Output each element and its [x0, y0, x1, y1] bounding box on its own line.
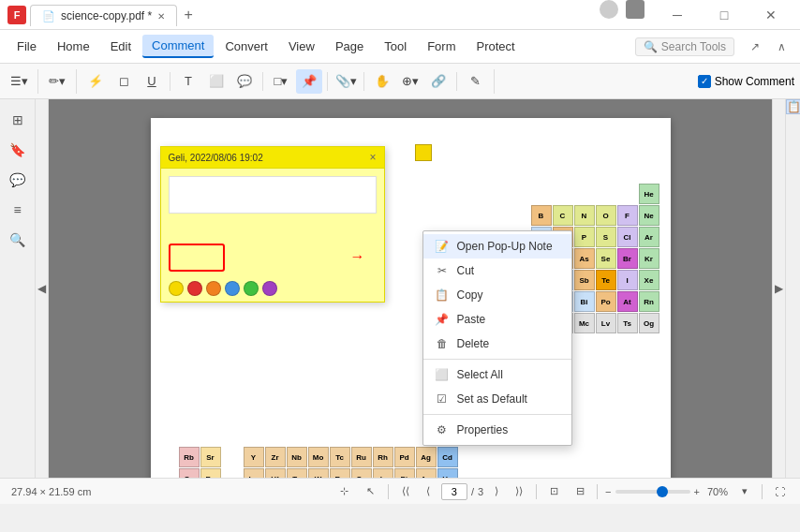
ctx-select-all[interactable]: ⬜ Select All [423, 362, 571, 387]
fullscreen-button[interactable]: ⛶ [770, 482, 789, 501]
zoom-slider-track[interactable] [615, 490, 690, 494]
el-Pd: Pd [394, 447, 415, 467]
toolbar-btn-2[interactable]: ✏▾ [44, 69, 70, 94]
color-blue[interactable] [225, 281, 240, 296]
left-panel: ⊞ 🔖 💬 ≡ 🔍 [0, 99, 36, 478]
toolbar-btn-3[interactable]: ⚡ [82, 69, 109, 94]
menu-protect[interactable]: Protect [467, 36, 524, 57]
zoom-level: 70% [707, 486, 728, 497]
next-page-button[interactable]: ⟩ [487, 482, 506, 501]
ctx-cut[interactable]: ✂ Cut [423, 259, 571, 283]
panel-btn-comments[interactable]: 💬 [5, 167, 31, 193]
ctx-properties[interactable]: ⚙ Properties [423, 418, 571, 442]
panel-btn-layers[interactable]: ≡ [5, 197, 31, 223]
color-red[interactable] [187, 281, 202, 296]
active-tab[interactable]: 📄 science-copy.pdf * ✕ [30, 5, 177, 26]
external-link-button[interactable]: ↗ [744, 36, 766, 58]
show-comment-checkbox[interactable]: ✓ [698, 75, 711, 88]
ctx-delete[interactable]: 🗑 Delete [423, 332, 571, 356]
periodic-table-main: Rb Sr Y Zr Nb Mo Tc Ru Rh Pd Ag Cd [179, 447, 458, 478]
cursor-tool[interactable]: ⊹ [335, 482, 354, 501]
toolbar-btn-underline[interactable]: U [139, 69, 165, 94]
sticky-text-input[interactable] [169, 176, 377, 214]
element-Ts: Ts [617, 313, 638, 333]
toolbar-btn-eraser[interactable]: ◻ [111, 69, 137, 94]
toolbar-btn-cursor[interactable]: ⊕▾ [397, 69, 423, 94]
panel-btn-bookmarks[interactable]: 🔖 [5, 137, 31, 163]
element-Bi: Bi [574, 291, 595, 312]
collapse-button[interactable]: ∧ [770, 36, 793, 58]
ctx-set-default[interactable]: ☑ Set as Default [423, 387, 571, 411]
new-tab-button[interactable]: + [177, 4, 200, 26]
menu-comment[interactable]: Comment [142, 35, 214, 58]
teams-icon [626, 0, 644, 19]
menu-convert[interactable]: Convert [215, 36, 277, 57]
el-Ba: Ba [200, 468, 221, 478]
toolbar-btn-link[interactable]: 🔗 [425, 69, 452, 94]
el-Rh: Rh [373, 447, 393, 467]
el-Cd: Cd [437, 447, 458, 467]
toolbar-btn-1[interactable]: ☰▾ [6, 69, 32, 94]
color-green[interactable] [244, 281, 259, 296]
copy-icon: 📋 [435, 288, 450, 303]
el-Y: Y [244, 447, 264, 467]
scroll-left-arrow[interactable]: ◀ [36, 99, 49, 478]
toolbar-btn-text[interactable]: T [175, 69, 201, 94]
scroll-right-arrow[interactable]: ▶ [772, 99, 785, 478]
zoom-in-button[interactable]: + [694, 486, 700, 497]
zoom-dropdown[interactable]: ▾ [735, 482, 754, 501]
menu-tool[interactable]: Tool [375, 36, 416, 57]
menu-edit[interactable]: Edit [101, 36, 141, 57]
fit-width-button[interactable]: ⊟ [570, 482, 589, 501]
panel-btn-search[interactable]: 🔍 [5, 227, 31, 253]
toolbar-separator-5 [456, 72, 457, 91]
show-comment-label: Show Comment [715, 75, 794, 88]
menu-home[interactable]: Home [48, 36, 99, 57]
sticky-close-button[interactable]: × [369, 151, 376, 164]
search-tools[interactable]: 🔍 Search Tools [635, 37, 734, 56]
select-tool[interactable]: ↖ [362, 482, 380, 501]
color-purple[interactable] [262, 281, 277, 296]
ctx-copy[interactable]: 📋 Copy [423, 283, 571, 307]
el-Ru: Ru [351, 447, 372, 467]
el-Rb: Rb [179, 447, 200, 467]
menu-view[interactable]: View [279, 36, 324, 57]
el-Sr: Sr [200, 447, 221, 467]
minimize-button[interactable]: ─ [656, 0, 699, 30]
color-yellow[interactable] [169, 281, 184, 296]
toolbar-btn-attach[interactable]: 📎▾ [333, 69, 359, 94]
note-indicator[interactable] [415, 144, 432, 161]
menu-form[interactable]: Form [418, 36, 465, 57]
zoom-slider-thumb[interactable] [657, 486, 668, 497]
element-Ne: Ne [639, 205, 659, 226]
titlebar: F 📄 science-copy.pdf * ✕ + ─ □ ✕ [0, 0, 800, 30]
maximize-button[interactable]: □ [703, 0, 746, 30]
toolbar-btn-edit[interactable]: ✎ [462, 69, 488, 94]
toolbar-btn-callout[interactable]: 💬 [231, 69, 258, 94]
zoom-out-button[interactable]: − [605, 486, 611, 497]
panel-btn-pages[interactable]: ⊞ [5, 107, 31, 133]
ctx-paste[interactable]: 📌 Paste [423, 307, 571, 332]
last-page-button[interactable]: ⟩⟩ [510, 482, 528, 501]
page-number-input[interactable] [441, 483, 467, 500]
fit-page-button[interactable]: ⊡ [544, 482, 563, 501]
el-Zr: Zr [265, 447, 286, 467]
sticky-body[interactable] [161, 169, 384, 244]
toolbar-btn-hand[interactable]: ✋ [369, 69, 395, 94]
first-page-button[interactable]: ⟨⟨ [396, 482, 415, 501]
prev-page-button[interactable]: ⟨ [419, 482, 437, 501]
color-orange[interactable] [206, 281, 221, 296]
close-button[interactable]: ✕ [749, 0, 793, 30]
tab-close-button[interactable]: ✕ [157, 11, 165, 22]
menu-file[interactable]: File [7, 36, 46, 57]
ctx-open-popup[interactable]: 📝 Open Pop-Up Note [423, 234, 571, 259]
toolbar-btn-shape[interactable]: □▾ [268, 69, 294, 94]
toolbar-btn-stamp[interactable]: 📌 [296, 69, 322, 94]
element-Se: Se [596, 248, 616, 269]
element-Mc: Mc [574, 313, 595, 333]
toolbar-group-1: ☰▾ [6, 69, 38, 94]
menu-page[interactable]: Page [326, 36, 373, 57]
element-Og: Og [639, 313, 659, 333]
toolbar-btn-textbox[interactable]: ⬜ [203, 69, 230, 94]
right-panel-top-btn[interactable]: 📋 [786, 99, 800, 114]
